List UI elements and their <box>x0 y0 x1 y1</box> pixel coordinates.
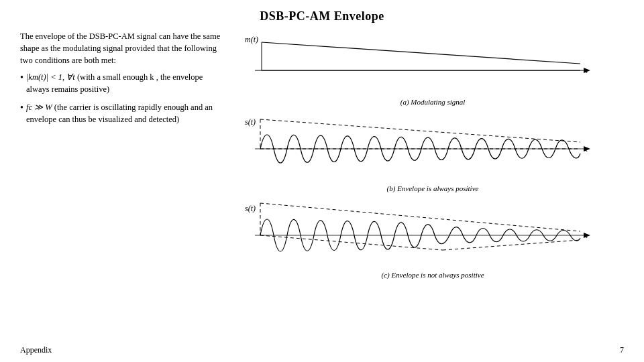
svg-line-11 <box>260 119 580 142</box>
diagram-c-label: (c) Envelope is not always positive <box>241 271 624 279</box>
bullet-item-2: • fc ≫ W (the carrier is oscillating rap… <box>20 102 228 125</box>
diagram-a: m(t) t (a) Modulating signal <box>241 30 624 106</box>
svg-line-19 <box>260 235 443 250</box>
bullet2-description: (the carrier is oscillating rapidly enou… <box>26 103 213 124</box>
right-panel: m(t) t (a) Modulating signal s( <box>241 30 624 279</box>
diagram-c-svg: s(t) t <box>241 196 597 267</box>
bullet-dot-2: • <box>20 102 23 114</box>
diagram-a-svg: m(t) t <box>241 30 597 94</box>
svg-line-18 <box>260 203 580 231</box>
diagram-b-label: (b) Envelope is always positive <box>241 184 624 192</box>
page-title: DSB-PC-AM Envelope <box>0 0 644 23</box>
bullet2-math: fc ≫ W <box>26 103 52 112</box>
footer-left: Appendix <box>20 345 52 355</box>
bullet-text-2: fc ≫ W (the carrier is oscillating rapid… <box>26 102 228 125</box>
bullet-dot-1: • <box>20 72 23 84</box>
svg-text:s(t): s(t) <box>245 117 256 127</box>
svg-line-4 <box>262 42 580 64</box>
intro-text: The envelope of the DSB-PC-AM signal can… <box>20 30 228 66</box>
bullet1-math: |km(t)| < 1, ∀t <box>26 72 75 82</box>
diagram-a-label: (a) Modulating signal <box>241 98 624 106</box>
svg-text:m(t): m(t) <box>245 35 258 44</box>
footer: Appendix 7 <box>20 345 624 355</box>
svg-line-20 <box>443 240 580 250</box>
bullet-text-1: |km(t)| < 1, ∀t (with a small enough k ,… <box>26 72 228 95</box>
diagram-b-svg: s(t) t <box>241 110 597 180</box>
footer-right: 7 <box>620 345 624 355</box>
diagram-b: s(t) t (b) Envelope is always positive <box>241 110 624 192</box>
left-panel: The envelope of the DSB-PC-AM signal can… <box>20 30 228 279</box>
diagram-c: s(t) t (c) Envelope is not always positi… <box>241 196 624 279</box>
bullet-item-1: • |km(t)| < 1, ∀t (with a small enough k… <box>20 72 228 95</box>
svg-text:s(t): s(t) <box>245 204 256 213</box>
